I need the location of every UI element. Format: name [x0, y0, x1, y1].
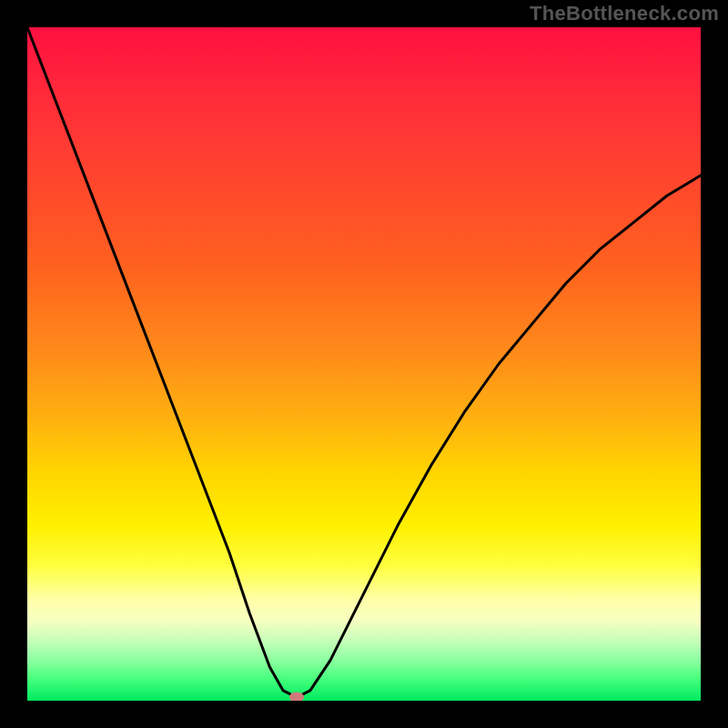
chart-frame: TheBottleneck.com: [0, 0, 728, 728]
optimal-point-marker: [289, 693, 304, 701]
attribution-watermark: TheBottleneck.com: [530, 2, 719, 25]
bottleneck-curve: [27, 27, 701, 697]
curve-layer: [27, 27, 701, 701]
plot-area: [27, 27, 701, 701]
